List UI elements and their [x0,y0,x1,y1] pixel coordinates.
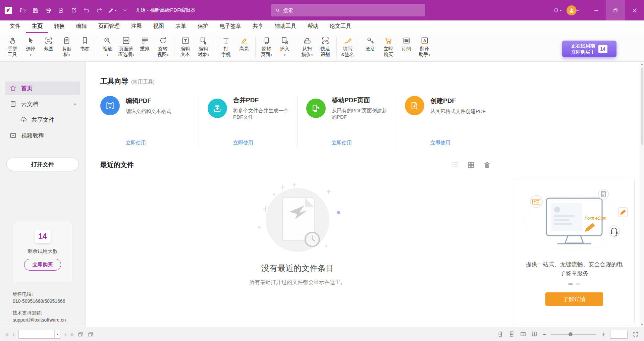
next-view-icon[interactable] [88,331,94,337]
search-box[interactable] [271,4,425,16]
menu-item-2[interactable]: 转换 [48,20,70,33]
ribbon-tool-insert[interactable]: 插入▾ [276,36,294,58]
buy-now-button[interactable]: 立即购买 [24,259,61,271]
ribbon-tool-bookmark[interactable]: 书签 [76,36,94,52]
tool-card-edit-pdf[interactable]: 编辑PDF编辑文档和文本格式立即使用 [100,96,199,148]
support-email-value[interactable]: support@foxitsoftware.cn [13,317,66,324]
zoom-in-icon[interactable]: + [601,331,605,337]
first-page-icon[interactable]: « [5,331,8,337]
ribbon-tool-zoom[interactable]: 缩放▾ [98,36,116,58]
share-button[interactable] [68,5,79,16]
tool-card-merge-pdf[interactable]: 合并PDF将多个文件合并生成一个PDF文件立即使用 [199,96,298,148]
sidebar-item-share-cloud[interactable]: 共享文件 [15,113,80,126]
carousel-dots[interactable] [568,283,580,285]
menu-item-6[interactable]: 视图 [148,20,170,33]
close-button[interactable] [625,0,644,20]
ribbon-tool-typewriter[interactable]: 打字机 [217,36,235,57]
tool-card-create-pdf[interactable]: 创建PDF从其它格式文件创建PDF立即使用 [396,96,495,148]
ribbon-tool-rotate-view[interactable]: 旋转视图▾ [154,36,172,58]
undo-button[interactable] [81,5,92,16]
scrollbar-thumb[interactable] [641,68,643,145]
ribbon-tool-translate[interactable]: A翻译助手▾ [416,36,434,58]
ribbon-tool-hand[interactable]: 手型工具 [3,36,21,57]
next-page-icon[interactable]: › [64,331,66,337]
export-button[interactable] [56,5,66,16]
use-now-link[interactable]: 立即使用 [233,140,253,146]
menu-item-13[interactable]: 论文工具 [324,20,357,33]
use-now-link[interactable]: 立即使用 [332,140,352,146]
print-button[interactable] [43,5,54,16]
page-input[interactable] [19,330,54,338]
ribbon-tool-edit-text[interactable]: 编辑文本 [176,36,195,57]
carousel-dot[interactable] [576,283,580,285]
ribbon-tool-rotate-pages[interactable]: 旋转页面▾ [258,36,276,58]
use-now-link[interactable]: 立即使用 [126,140,146,146]
ribbon-tool-snapshot[interactable]: 截图 [40,36,58,52]
scroll-up-icon[interactable]: ▲ [641,62,644,66]
menu-item-1[interactable]: 主页 [26,20,48,33]
ribbon-tool-cart[interactable]: 立即购买 [379,36,397,57]
zoom-slider[interactable] [551,334,596,335]
ribbon-tool-reflow[interactable]: 重排 [136,36,154,52]
page-dropdown-icon[interactable]: ▾ [54,330,60,338]
zoom-slider-thumb[interactable] [569,332,573,336]
menu-item-7[interactable]: 表单 [170,20,192,33]
menu-item-12[interactable]: 帮助 [302,20,324,33]
foxit-logo-icon[interactable] [0,0,17,20]
last-page-icon[interactable]: » [70,331,73,337]
ribbon-tool-ocr[interactable]: OCR快速识别 [316,36,334,57]
save-button[interactable] [30,5,41,16]
zoom-out-icon[interactable]: − [543,331,546,337]
scroll-down-icon[interactable]: ▼ [641,322,644,327]
fullscreen-icon[interactable] [633,331,639,337]
ribbon-tool-label: 激活 [366,46,375,52]
ribbon-tool-cursor[interactable]: 选择▾ [21,36,40,58]
ribbon-tool-fill-sign[interactable]: 填写&签名 [339,36,357,57]
book-view-icon[interactable] [531,331,538,337]
learn-more-button[interactable]: 了解详情 [545,292,603,306]
sidebar-item-cloud-doc[interactable]: 云文档▾ [5,97,80,111]
menu-item-0[interactable]: 文件 [4,20,26,33]
zoom-input[interactable] [610,330,627,338]
menu-item-3[interactable]: 编辑 [70,20,93,33]
continuous-view-icon[interactable] [508,331,515,337]
menu-item-10[interactable]: 共享 [247,20,269,33]
customize-button[interactable] [119,5,130,16]
ribbon-tool-highlight[interactable]: 高亮 [235,36,253,52]
ribbon-tool-scanner[interactable]: 从扫描仪▾ [298,36,316,58]
sidebar-item-video[interactable]: 视频教程 [5,129,80,142]
previous-view-icon[interactable] [77,331,84,337]
carousel-dot[interactable] [568,283,573,285]
use-now-link[interactable]: 立即使用 [430,140,450,146]
two-page-view-icon[interactable] [520,331,526,337]
menu-item-4[interactable]: 页面管理 [93,20,125,33]
trial-badge[interactable]: 正在试用期 立即购买！ 14 [562,41,616,57]
minimize-button[interactable] [587,0,606,20]
ribbon-tool-clipboard[interactable]: 剪贴板▾ [58,36,76,58]
notifications-button[interactable]: ▾ [550,5,564,16]
menu-item-5[interactable]: 注释 [125,20,148,33]
ribbon-tool-edit-object[interactable]: 编辑对象▾ [195,36,213,58]
esign-button[interactable]: ▾ [107,5,117,16]
tool-card-move-pages[interactable]: 移动PDF页面从已有的PDF页面创建新的PDF立即使用 [298,96,396,148]
restore-button[interactable] [606,0,625,20]
list-view-icon[interactable] [450,161,459,169]
open-file-button[interactable]: 打开文件 [6,158,79,171]
sidebar-item-home[interactable]: 首页 [5,81,80,95]
ribbon-tool-fit[interactable]: 页面适应选项▾ [116,36,136,58]
menu-item-8[interactable]: 保护 [192,20,214,33]
menu-item-11[interactable]: 辅助工具 [269,20,302,33]
open-button[interactable] [17,5,28,16]
single-page-view-icon[interactable] [497,331,503,337]
ribbon-tool-activate[interactable]: 激活 [361,36,379,52]
vertical-scrollbar[interactable]: ▲ ▼ [640,62,644,327]
account-button[interactable]: ▾ [566,5,579,16]
delete-icon[interactable] [483,161,491,169]
search-input[interactable] [283,7,421,13]
ribbon-tool-subscribe[interactable]: 订阅 [397,36,416,52]
redo-button[interactable] [94,5,105,16]
menu-item-9[interactable]: 电子签章 [214,20,247,33]
prev-page-icon[interactable]: ‹ [12,331,14,337]
chevron-down-icon[interactable]: ▾ [74,102,76,106]
grid-view-icon[interactable] [467,161,475,169]
